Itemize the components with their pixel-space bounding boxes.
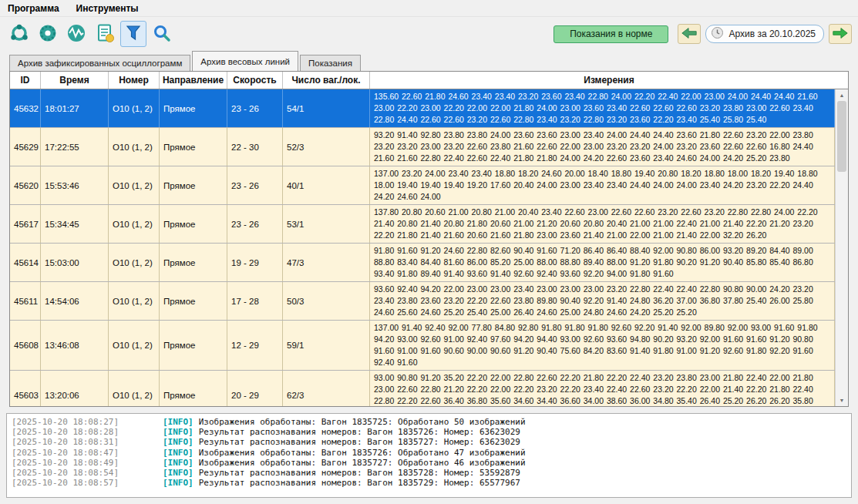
cell-time: 15:34:45 [41,205,109,243]
scroll-down-arrow[interactable]: ▼ [836,395,848,406]
table-row[interactable]: 45608 13:46:08 O10 (1, 2) Прямое 12 - 29… [10,321,835,371]
log-entry: [2025-10-20 18:08:27][INFO]Изображения о… [12,417,846,427]
log-panel[interactable]: [2025-10-20 18:08:27][INFO]Изображения о… [6,413,852,498]
cell-wagon-count: 40/1 [283,166,370,204]
status-button[interactable]: Показания в норме [553,25,668,43]
cell-time: 13:46:08 [41,321,109,370]
settings-button[interactable] [35,21,61,47]
cell-wagon-count: 50/3 [283,282,370,320]
scrollbar-thumb[interactable] [837,101,846,172]
log-message: Изображения обработаны: Вагон 1835727: О… [199,458,526,468]
tab-oscillograms[interactable]: Архив зафиксированных осциллограмм [9,55,190,71]
scrollbar-track[interactable] [836,101,848,395]
menu-tools[interactable]: Инструменты [76,3,139,14]
column-header[interactable]: Время [41,72,109,89]
log-level-badge: [INFO] [163,448,193,458]
oscillogram-button[interactable] [63,21,89,47]
column-header[interactable]: Номер [109,72,160,89]
cell-wagon-count: 62/3 [283,371,370,406]
connection-button[interactable] [6,21,32,47]
date-label: Архив за 20.10.2025 [728,29,816,39]
log-level-badge: [INFO] [163,458,193,468]
column-header[interactable]: Скорость [227,72,283,89]
table-row[interactable]: 45611 14:54:06 O10 (1, 2) Прямое 17 - 28… [10,282,835,321]
cell-id: 45617 [10,205,41,243]
table-header-row: ID Время Номер Направление Скорость Числ… [10,72,848,89]
cell-measurements: 135.60 22.60 21.80 24.60 23.40 23.40 23.… [370,89,835,127]
log-entry: [2025-10-20 18:08:28][INFO]Результат рас… [12,427,846,437]
cell-measurements: 93.60 92.40 94.20 22.00 23.00 23.00 23.4… [370,282,835,320]
cell-number: O10 (1, 2) [109,205,160,243]
date-picker[interactable]: Архив за 20.10.2025 [705,25,824,43]
cell-speed: 22 - 30 [227,128,283,166]
tab-bar: Архив зафиксированных осциллограмм Архив… [0,51,858,71]
tab-weight-lines[interactable]: Архив весовых линий [192,51,298,71]
gear-icon [38,23,58,45]
cell-measurements: 93.20 91.40 92.80 23.80 23.80 24.00 23.6… [370,128,835,166]
log-timestamp: [2025-10-20 18:08:57] [12,478,163,488]
search-button[interactable] [149,21,175,47]
log-entry: [2025-10-20 18:08:47][INFO]Изображения о… [12,448,846,458]
cell-speed: 20 - 29 [227,371,283,406]
cell-id: 45620 [10,166,41,204]
cell-number: O10 (1, 2) [109,244,160,281]
cell-speed: 23 - 26 [227,89,283,127]
column-header-label: ID [21,75,30,86]
table-row[interactable]: 45632 18:01:27 O10 (1, 2) Прямое 23 - 26… [10,89,835,128]
cell-time: 15:53:46 [41,166,109,204]
cell-id: 45614 [10,244,41,281]
vertical-scrollbar[interactable]: ▲ ▼ [835,89,848,406]
menu-bar: Программа Инструменты [0,0,858,17]
cell-speed: 17 - 28 [227,282,283,320]
cell-wagon-count: 53/1 [283,205,370,243]
log-level-badge: [INFO] [163,478,193,488]
toolbar-icon-group [6,21,175,47]
cell-time: 14:54:06 [41,282,109,320]
cell-direction: Прямое [160,205,227,243]
filter-button[interactable] [120,21,146,47]
report-button[interactable] [92,21,118,47]
column-header-label: Направление [163,75,224,86]
log-message: Результат распознавания номеров: Вагон 1… [199,437,520,447]
log-message: Результат распознавания номеров: Вагон 1… [199,478,520,488]
oscillogram-wave-icon [66,23,86,45]
cell-time: 13:20:06 [41,371,109,406]
cell-id: 45629 [10,128,41,166]
column-header[interactable]: ID [10,72,41,89]
cell-number: O10 (1, 2) [109,321,160,370]
tab-readings[interactable]: Показания [300,55,361,71]
cell-id: 45632 [10,89,41,127]
arrow-left-icon [681,26,698,42]
prev-day-button[interactable] [678,24,701,44]
cell-wagon-count: 52/3 [283,128,370,166]
cell-direction: Прямое [160,244,227,281]
scroll-up-arrow[interactable]: ▲ [836,89,848,101]
archive-navigation: Архив за 20.10.2025 [678,24,852,44]
table-row[interactable]: 45617 15:34:45 O10 (1, 2) Прямое 23 - 26… [10,205,835,244]
cell-direction: Прямое [160,89,227,127]
table-row[interactable]: 45603 13:20:06 O10 (1, 2) Прямое 20 - 29… [10,371,835,406]
log-timestamp: [2025-10-20 18:08:27] [12,417,163,427]
cell-measurements: 91.80 91.60 91.20 24.60 22.80 82.60 90.4… [370,244,835,281]
log-level-badge: [INFO] [163,437,193,447]
column-header[interactable]: Направление [160,72,227,89]
column-header[interactable]: Измерения [370,72,848,89]
log-entry: [2025-10-20 18:08:57][INFO]Результат рас… [12,478,846,488]
table-row[interactable]: 45614 15:03:00 O10 (1, 2) Прямое 19 - 29… [10,244,835,282]
table-row[interactable]: 45620 15:53:46 O10 (1, 2) Прямое 23 - 26… [10,166,835,205]
cell-time: 15:03:00 [41,244,109,281]
log-level-badge: [INFO] [163,427,193,437]
calendar-icon [711,26,724,42]
cell-id: 45603 [10,371,41,406]
log-entry: [2025-10-20 18:08:31][INFO]Результат рас… [12,437,846,447]
cell-measurements: 137.00 91.40 92.40 92.00 77.80 84.80 92.… [370,321,835,370]
cell-time: 18:01:27 [41,89,109,127]
menu-program[interactable]: Программа [8,3,59,14]
table-row[interactable]: 45629 17:22:55 O10 (1, 2) Прямое 22 - 30… [10,128,835,166]
column-header-label: Скорость [233,75,276,86]
cell-number: O10 (1, 2) [109,371,160,406]
next-day-button[interactable] [829,24,852,44]
cell-speed: 12 - 29 [227,321,283,370]
weight-lines-archive-table: ID Время Номер Направление Скорость Числ… [9,71,849,407]
column-header[interactable]: Число ваг./лок. [283,72,370,89]
